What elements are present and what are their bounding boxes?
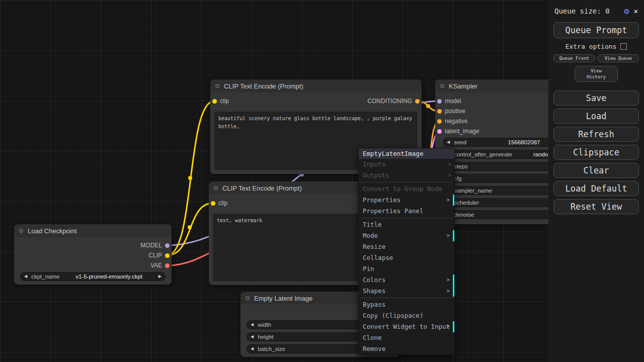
node-title: KSampler: [449, 82, 477, 90]
slot-label: VAE: [150, 262, 162, 269]
menu-separator: [359, 182, 454, 183]
menu-item-convert-widget-to-input[interactable]: Convert Widget to Input: [359, 321, 454, 332]
menu-item-clone[interactable]: Clone: [359, 332, 454, 343]
slot-label: clip: [218, 200, 227, 207]
view-queue-button[interactable]: View Queue: [598, 54, 639, 62]
widget-value: v1-5-pruned-emaonly.ckpt: [59, 274, 158, 280]
menu-item-copy-clipspace[interactable]: Copy (Clipspace): [359, 310, 454, 321]
menu-item-outputs: Outputs: [359, 170, 454, 181]
slot-dot-vae[interactable]: [165, 263, 170, 268]
slot-label: negative: [445, 118, 467, 125]
widget-label: batch_size: [258, 346, 285, 352]
input-slot-clip[interactable]: clip: [211, 199, 227, 208]
menu-item-shapes[interactable]: Shapes: [359, 286, 454, 297]
context-menu: EmptyLatentImage Inputs Outputs Convert …: [359, 148, 454, 354]
extra-options-checkbox[interactable]: [620, 43, 627, 50]
input-slot-negative[interactable]: negative: [437, 117, 467, 126]
queue-front-button[interactable]: Queue Front: [553, 54, 595, 62]
load-button[interactable]: Load: [553, 109, 639, 124]
slot-dot-clip[interactable]: [211, 201, 215, 206]
menu-item-title[interactable]: Title: [359, 219, 454, 230]
output-slot-clip[interactable]: CLIP: [148, 251, 170, 260]
slot-label: latent_image: [445, 128, 479, 135]
collapse-dot-icon[interactable]: [214, 186, 218, 190]
queue-size-label: Queue size: 0: [554, 7, 624, 15]
widget-label: width: [258, 322, 271, 328]
slot-dot-clip[interactable]: [212, 99, 217, 104]
menu-item-bypass[interactable]: Bypass: [359, 299, 454, 310]
clear-button[interactable]: Clear: [553, 163, 639, 178]
menu-item-mode[interactable]: Mode: [359, 230, 454, 241]
slot-dot-latent[interactable]: [437, 129, 442, 134]
menu-separator: [359, 298, 454, 298]
node-title: CLIP Text Encode (Prompt): [224, 82, 303, 90]
refresh-button[interactable]: Refresh: [553, 127, 639, 142]
collapse-dot-icon[interactable]: [19, 229, 23, 233]
comfy-menu-panel: Queue size: 0 ⚙ ✕ Queue Prompt Extra opt…: [548, 0, 644, 362]
menu-item-properties-panel[interactable]: Properties Panel: [359, 206, 454, 217]
widget-label: steps: [454, 163, 468, 169]
menu-item-pin[interactable]: Pin: [359, 263, 454, 275]
node-title: Empty Latent Image: [254, 295, 312, 302]
menu-item-inputs: Inputs: [359, 159, 454, 170]
increment-arrow-icon[interactable]: ▶: [158, 275, 162, 279]
load-default-button[interactable]: Load Default: [553, 181, 639, 196]
node-graph-canvas[interactable]: CLIP Text Encode (Prompt) clip CONDITION…: [0, 0, 644, 362]
slot-dot-model[interactable]: [165, 243, 170, 248]
node-title-bar[interactable]: Load Checkpoint: [14, 224, 172, 237]
widget-label: sampler_name: [454, 188, 492, 194]
close-icon[interactable]: ✕: [634, 7, 638, 15]
decrement-arrow-icon[interactable]: ◀: [447, 140, 450, 144]
menu-item-colors[interactable]: Colors: [359, 275, 454, 286]
input-slot-model[interactable]: model: [437, 97, 461, 106]
view-history-button[interactable]: View History: [575, 66, 618, 82]
input-slot-latent-image[interactable]: latent_image: [437, 127, 479, 136]
node-load-checkpoint[interactable]: Load Checkpoint MODEL CLIP VAE ◀ ckpt_na…: [14, 224, 172, 285]
widget-label: ckpt_name: [31, 274, 59, 280]
settings-gear-icon[interactable]: ⚙: [624, 6, 629, 16]
widget-label: cfg: [454, 175, 461, 182]
node-title: CLIP Text Encode (Prompt): [222, 185, 302, 192]
decrement-arrow-icon[interactable]: ◀: [24, 275, 27, 279]
slot-label: model: [445, 98, 461, 105]
decrement-arrow-icon[interactable]: ◀: [251, 323, 254, 327]
menu-item-resize[interactable]: Resize: [359, 241, 454, 252]
slot-label: MODEL: [140, 242, 162, 249]
output-slot-model[interactable]: MODEL: [140, 241, 170, 250]
widget-label: denoise: [454, 212, 474, 218]
slot-label: positive: [445, 108, 465, 115]
extra-options-label: Extra options: [566, 43, 617, 50]
output-slot-conditioning[interactable]: CONDITIONING: [367, 97, 420, 106]
slot-label: CLIP: [148, 252, 162, 259]
output-slot-vae[interactable]: VAE: [150, 261, 170, 270]
widget-ckpt-name[interactable]: ◀ ckpt_name v1-5-pruned-emaonly.ckpt ▶: [20, 272, 166, 281]
link-midpoint-dot: [426, 104, 430, 108]
widget-label: height: [258, 334, 273, 340]
collapse-dot-icon[interactable]: [215, 84, 219, 88]
decrement-arrow-icon[interactable]: ◀: [251, 335, 254, 339]
clipspace-button[interactable]: Clipspace: [553, 145, 639, 160]
node-title: Load Checkpoint: [28, 227, 77, 235]
save-button[interactable]: Save: [553, 90, 639, 106]
collapse-dot-icon[interactable]: [246, 296, 250, 300]
slot-dot-conditioning[interactable]: [415, 99, 420, 104]
input-slot-positive[interactable]: positive: [437, 107, 465, 116]
reset-view-button[interactable]: Reset View: [553, 199, 639, 214]
slot-label: CONDITIONING: [367, 98, 412, 105]
context-menu-title: EmptyLatentImage: [359, 148, 454, 159]
input-slot-clip[interactable]: clip: [212, 97, 229, 106]
wire-clip-to-negative: [167, 203, 213, 255]
slot-dot-clip[interactable]: [165, 253, 170, 258]
menu-item-collapse[interactable]: Collapse: [359, 252, 454, 263]
collapse-dot-icon[interactable]: [440, 84, 444, 88]
node-title-bar[interactable]: CLIP Text Encode (Prompt): [210, 79, 422, 93]
menu-item-convert-to-group-node: Convert to Group Node: [359, 184, 454, 195]
queue-prompt-button[interactable]: Queue Prompt: [553, 22, 639, 38]
menu-item-properties[interactable]: Properties: [359, 195, 454, 206]
decrement-arrow-icon[interactable]: ◀: [251, 347, 254, 351]
slot-dot-model[interactable]: [437, 99, 442, 104]
slot-dot-conditioning[interactable]: [437, 109, 442, 114]
menu-item-remove[interactable]: Remove: [359, 343, 454, 354]
slot-dot-conditioning[interactable]: [437, 119, 442, 124]
widget-label: control_after_generate: [454, 151, 512, 157]
